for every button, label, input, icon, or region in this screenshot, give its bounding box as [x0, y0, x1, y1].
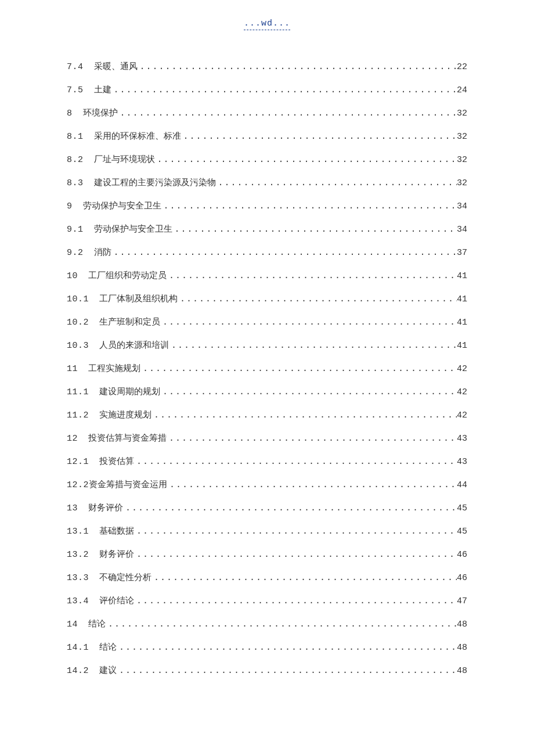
toc-entry[interactable]: 10.1工厂体制及组织机构 41: [67, 291, 467, 307]
toc-entry-page: 34: [457, 200, 467, 214]
toc-entry[interactable]: 13财务评价 45: [67, 501, 467, 516]
toc-entry[interactable]: 12投资估算与资金筹措 43: [67, 431, 467, 446]
toc-entry-leader: [151, 409, 457, 423]
toc-entry[interactable]: 9.1劳动保护与安全卫生 34: [67, 222, 467, 237]
toc-entry-leader: [123, 502, 457, 516]
toc-entry-page: 41: [457, 269, 467, 283]
toc-entry-title: 建设周期的规划: [99, 384, 160, 398]
toc-entry-leader: [106, 618, 457, 632]
toc-entry[interactable]: 8.3建设工程的主要污染源及污染物 32: [67, 175, 467, 190]
toc-entry-number: 11.2: [67, 409, 89, 423]
toc-entry-leader: [134, 548, 457, 562]
toc-entry-number: 12: [67, 432, 78, 446]
toc-entry-number: 14: [67, 618, 78, 632]
toc-entry[interactable]: 8.1采用的环保标准、标准 32: [67, 129, 467, 144]
toc-entry[interactable]: 11工程实施规划 42: [67, 361, 467, 376]
toc-entry-title: 劳动保护与安全卫生: [94, 222, 172, 236]
toc-entry-leader: [117, 641, 457, 655]
toc-entry-title: 工厂体制及组织机构: [99, 291, 178, 305]
toc-entry-page: 48: [457, 618, 467, 632]
toc-entry-page: 24: [457, 84, 467, 98]
toc-entry-page: 34: [457, 223, 467, 237]
toc-entry-number: 12.2: [67, 478, 89, 492]
toc-entry-leader: [181, 130, 457, 144]
toc-entry-title: 投资估算与资金筹措: [88, 431, 167, 445]
toc-entry-number: 13.2: [67, 548, 89, 562]
toc-entry[interactable]: 8.2厂址与环境现状 32: [67, 152, 467, 167]
toc-entry[interactable]: 10.3人员的来源和培训 41: [67, 338, 467, 353]
toc-entry-title: 实施进度规划: [99, 408, 151, 422]
toc-entry[interactable]: 9劳动保护与安全卫生 34: [67, 199, 467, 214]
toc-entry-number: 9.2: [67, 246, 84, 260]
header-text: ...wd...: [244, 19, 290, 30]
toc-entry[interactable]: 10工厂组织和劳动定员 41: [67, 268, 467, 283]
toc-entry-number: 9: [67, 200, 73, 214]
toc-entry-leader: [140, 362, 457, 376]
toc-entry-title: 财务评价: [99, 547, 134, 561]
toc-entry-title: 建设工程的主要污染源及污染物: [94, 175, 216, 189]
toc-entry-title: 财务评价: [88, 501, 123, 514]
toc-entry-page: 41: [457, 293, 467, 307]
toc-entry-title: 人员的来源和培训: [99, 338, 169, 352]
toc-entry[interactable]: 13.2财务评价 46: [67, 547, 467, 562]
toc-entry-page: 43: [457, 455, 467, 469]
toc-entry[interactable]: 8环境保护 32: [67, 106, 467, 121]
toc-entry-leader: [167, 478, 457, 492]
toc-entry[interactable]: 13.3不确定性分析 46: [67, 570, 467, 585]
document-page: ...wd... 7.4采暖、通风 227.5土建 248环境保护 328.1采…: [0, 0, 534, 756]
toc-entry-title: 结论: [99, 640, 117, 654]
toc-entry-page: 32: [457, 177, 467, 190]
toc-entry[interactable]: 10.2生产班制和定员 41: [67, 315, 467, 330]
toc-entry-number: 13.3: [67, 571, 89, 585]
toc-entry[interactable]: 11.1建设周期的规划 42: [67, 384, 467, 399]
toc-entry-number: 13: [67, 502, 78, 516]
toc-entry-leader: [160, 316, 457, 330]
toc-entry-number: 10.3: [67, 339, 89, 353]
toc-entry[interactable]: 13.4评价结论 47: [67, 593, 467, 609]
toc-entry[interactable]: 7.4采暖、通风 22: [67, 59, 467, 74]
toc-entry-title: 生产班制和定员: [99, 315, 160, 329]
toc-entry-page: 41: [457, 339, 467, 353]
toc-entry-page: 45: [457, 502, 467, 516]
toc-entry-number: 8: [67, 107, 73, 121]
toc-entry-leader: [178, 293, 457, 307]
toc-entry[interactable]: 12.2资金筹措与资金运用 44: [67, 477, 467, 492]
toc-entry-title: 建议: [99, 663, 117, 677]
toc-entry[interactable]: 11.2实施进度规划 42: [67, 408, 467, 423]
toc-entry-title: 投资估算: [99, 454, 134, 468]
toc-entry[interactable]: 14.2建议 48: [67, 663, 467, 678]
toc-entry-number: 8.1: [67, 130, 84, 144]
toc-entry-page: 48: [457, 641, 467, 655]
toc-entry-leader: [167, 269, 457, 283]
toc-entry[interactable]: 9.2消防 37: [67, 245, 467, 260]
toc-entry-page: 22: [457, 60, 467, 74]
toc-entry[interactable]: 14.1结论 48: [67, 640, 467, 655]
toc-entry[interactable]: 14结论 48: [67, 617, 467, 632]
toc-entry-leader: [138, 60, 457, 74]
toc-entry-page: 47: [457, 595, 467, 609]
toc-entry-page: 45: [457, 525, 467, 539]
toc-entry-page: 48: [457, 664, 467, 678]
toc-entry[interactable]: 7.5土建 24: [67, 82, 467, 98]
toc-entry-title: 不确定性分析: [99, 570, 151, 584]
toc-entry-page: 46: [457, 548, 467, 562]
toc-entry-title: 评价结论: [99, 593, 134, 607]
toc-entry[interactable]: 12.1投资估算 43: [67, 454, 467, 469]
toc-entry-page: 42: [457, 386, 467, 399]
toc-entry-number: 11.1: [67, 386, 89, 399]
toc-entry-title: 土建: [94, 82, 111, 96]
toc-entry-number: 12.1: [67, 455, 89, 469]
toc-entry-leader: [134, 455, 457, 469]
toc-entry-number: 8.3: [67, 177, 84, 190]
toc-entry-page: 43: [457, 432, 467, 446]
toc-entry-title: 资金筹措与资金运用: [89, 477, 167, 491]
toc-entry-title: 工厂组织和劳动定员: [88, 268, 167, 282]
toc-entry-number: 7.4: [67, 60, 84, 74]
toc-entry-leader: [172, 223, 457, 237]
toc-entry-leader: [134, 595, 457, 609]
toc-entry-title: 结论: [88, 617, 106, 631]
toc-entry-title: 基础数据: [99, 524, 134, 538]
toc-entry-title: 劳动保护与安全卫生: [83, 199, 161, 213]
toc-entry[interactable]: 13.1基础数据 45: [67, 524, 467, 539]
toc-entry-leader: [169, 339, 457, 353]
